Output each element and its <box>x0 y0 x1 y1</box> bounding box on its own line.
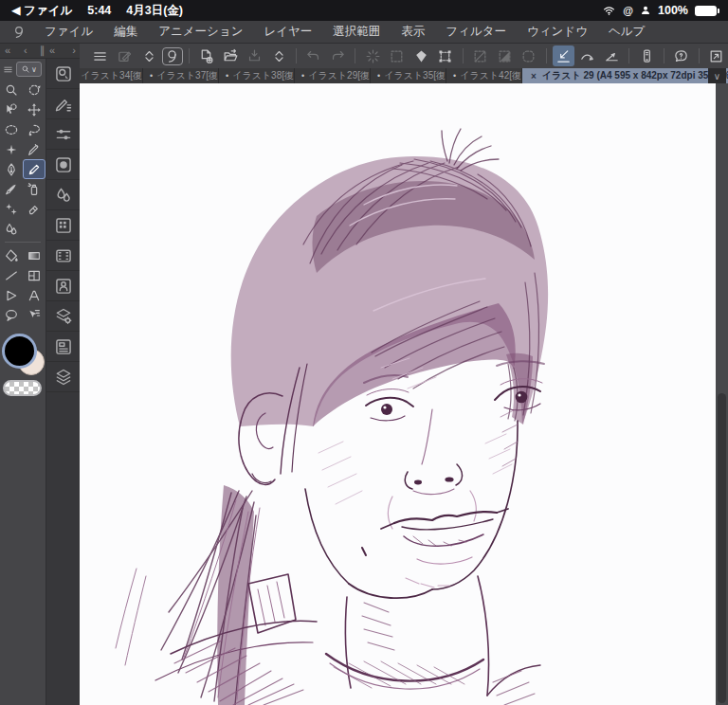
collapse-dock-icon[interactable]: « <box>5 44 10 58</box>
canvas-scrollbar-thumb[interactable] <box>718 393 726 703</box>
prev-palette-icon[interactable]: ‹ <box>24 44 27 58</box>
text-tool[interactable] <box>23 285 46 305</box>
menu-view[interactable]: 表示 <box>391 21 435 43</box>
menu-edit[interactable]: 編集 <box>103 21 148 43</box>
back-to-app-button[interactable]: ◀ ファイル <box>11 3 72 19</box>
tab-illust-42[interactable]: •イラスト42[復 <box>446 68 521 83</box>
menu-bar: ファイル 編集 アニメーション レイヤー 選択範囲 表示 フィルター ウィンドウ… <box>0 21 728 44</box>
tab-illust-29-active[interactable]: ×イラスト 29 (A4 595 x 842px 72dpi 356.7%) <box>522 68 728 83</box>
tool-property-palette-icon[interactable] <box>46 119 81 150</box>
expand-chevrons-button[interactable] <box>137 45 160 66</box>
eraser-tool[interactable] <box>23 199 46 219</box>
tab-illust-37[interactable]: •イラスト37[復 <box>143 68 218 83</box>
tab-label: イラスト38[復 <box>232 69 294 82</box>
frame-border-tool[interactable] <box>23 265 46 285</box>
layer-palette-icon[interactable] <box>46 332 81 362</box>
snap-to-special-ruler-button[interactable] <box>576 45 599 66</box>
close-tab-icon[interactable]: × <box>531 71 537 81</box>
minimize-toolbar-button[interactable] <box>704 45 727 66</box>
pen-tool[interactable] <box>0 159 23 179</box>
transform-button[interactable] <box>434 45 457 66</box>
collapse-strip-icon[interactable]: « <box>49 44 55 58</box>
modified-dot: • <box>377 71 380 81</box>
color-set-palette-icon[interactable] <box>46 210 81 241</box>
tab-label: イラスト34[復 <box>81 69 142 82</box>
object-tool[interactable] <box>0 99 23 119</box>
save-chevrons-button[interactable] <box>268 45 291 66</box>
redo-button[interactable] <box>327 45 350 66</box>
menu-help[interactable]: ヘルプ <box>598 21 655 43</box>
tab-illust-29-restored[interactable]: •イラスト29[復 <box>295 68 370 83</box>
dock-divider-handle[interactable]: ∥ <box>40 44 46 58</box>
undo-button[interactable] <box>302 45 325 66</box>
new-canvas-button[interactable] <box>195 45 218 66</box>
layer-stack-palette-icon[interactable] <box>46 362 81 392</box>
airbrush-tool[interactable] <box>23 179 46 199</box>
brush-tool[interactable] <box>0 179 23 199</box>
navigator-palette-icon[interactable] <box>46 59 81 89</box>
auto-select-tool[interactable] <box>0 139 23 159</box>
toolbar-separator <box>189 48 190 63</box>
rotate-canvas-tool[interactable] <box>23 80 46 99</box>
fill-tool[interactable] <box>0 245 23 265</box>
clip-studio-launcher-button[interactable] <box>162 47 183 65</box>
gradient-tool[interactable] <box>23 245 46 265</box>
modified-dot: • <box>453 71 456 81</box>
snap-to-ruler-button[interactable] <box>553 45 575 66</box>
tab-illust-35[interactable]: •イラスト35[復 <box>371 68 446 83</box>
tool-palette-header: ∨ <box>0 59 46 80</box>
tab-label: イラスト42[復 <box>460 69 521 82</box>
open-file-button[interactable] <box>219 45 242 66</box>
main-menu-button[interactable] <box>89 45 112 66</box>
tool-options-dropdown[interactable]: ∨ <box>16 62 42 77</box>
polyline-tool[interactable] <box>0 285 23 305</box>
tab-illust-38[interactable]: •イラスト38[復 <box>219 68 294 83</box>
color-mix-palette-icon[interactable] <box>46 180 81 210</box>
move-layer-tool[interactable] <box>23 99 46 119</box>
menu-animation[interactable]: アニメーション <box>148 21 253 43</box>
next-palette-icon[interactable]: › <box>72 44 76 58</box>
tool-grid <box>0 80 46 239</box>
blend-tool[interactable] <box>0 219 23 239</box>
snap-to-guide-button[interactable] <box>601 45 624 66</box>
select-arrow-tool[interactable] <box>23 305 46 325</box>
mask-fill-button[interactable] <box>410 45 433 66</box>
toolbar-separator <box>296 48 297 63</box>
clip-studio-logo-icon[interactable] <box>11 25 27 40</box>
menu-file[interactable]: ファイル <box>34 21 103 43</box>
material-palette-icon[interactable] <box>46 271 81 301</box>
brush-size-palette-icon[interactable] <box>46 150 81 180</box>
selection-launcher-button[interactable] <box>386 45 409 66</box>
menu-selection[interactable]: 選択範囲 <box>322 21 391 43</box>
user-icon <box>640 5 651 16</box>
zoom-tool[interactable] <box>0 80 23 99</box>
marquee-tool[interactable] <box>0 119 23 139</box>
edit-pen-button[interactable] <box>114 45 136 66</box>
companion-mode-button[interactable] <box>635 45 658 66</box>
pencil-tool-selected[interactable] <box>23 159 46 179</box>
help-button[interactable] <box>670 45 693 66</box>
eyedropper-tool[interactable] <box>23 139 46 159</box>
invert-selection-button[interactable] <box>493 45 516 66</box>
drawing-canvas[interactable] <box>80 83 716 705</box>
wifi-icon <box>602 5 616 17</box>
balloon-tool[interactable] <box>0 305 23 325</box>
orientation-lock-icon: @ <box>623 5 633 16</box>
menu-filter[interactable]: フィルター <box>435 21 517 43</box>
tab-illust-34[interactable]: •イラスト34[復 <box>80 68 142 83</box>
empty-tool-cell <box>23 219 46 239</box>
menu-layer[interactable]: レイヤー <box>253 21 322 43</box>
menu-window[interactable]: ウィンドウ <box>517 21 598 43</box>
tab-list-chevron-button[interactable]: ∨ <box>708 68 726 83</box>
decoration-tool[interactable] <box>0 199 23 219</box>
selection-border-button[interactable] <box>518 45 540 66</box>
layer-property-palette-icon[interactable] <box>46 301 81 332</box>
sub-tool-palette-icon[interactable] <box>46 89 81 119</box>
main-color-swatch[interactable] <box>2 334 37 369</box>
lasso-tool[interactable] <box>23 119 46 139</box>
save-button[interactable] <box>244 45 266 66</box>
timeline-palette-icon[interactable] <box>46 241 81 271</box>
deselect-button[interactable] <box>469 45 492 66</box>
figure-tool[interactable] <box>0 265 23 285</box>
transparent-color-swatch[interactable] <box>3 380 42 396</box>
